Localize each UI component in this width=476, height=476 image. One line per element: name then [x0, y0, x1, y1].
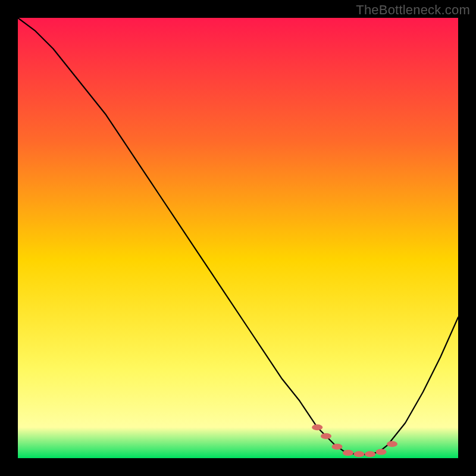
optimal-marker: [387, 441, 397, 447]
optimal-marker: [321, 433, 331, 439]
chart-svg: [18, 18, 458, 458]
chart-frame: TheBottleneck.com: [0, 0, 476, 476]
optimal-marker: [365, 451, 375, 457]
optimal-marker: [343, 450, 353, 456]
optimal-marker: [354, 451, 365, 457]
optimal-marker: [312, 424, 322, 430]
optimal-marker: [332, 444, 343, 450]
optimal-marker: [376, 449, 387, 455]
plot-area: [18, 18, 458, 458]
watermark-text: TheBottleneck.com: [356, 2, 470, 18]
gradient-background: [18, 18, 458, 458]
